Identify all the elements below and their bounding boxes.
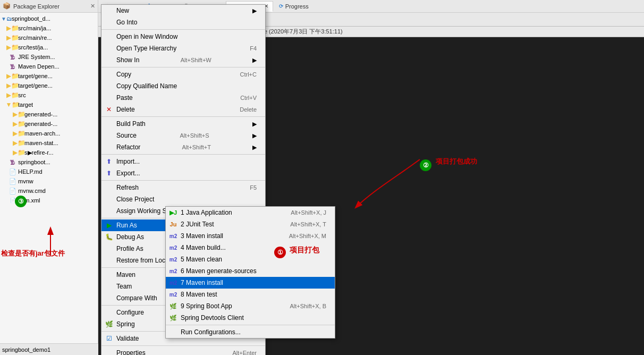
- export-icon: ⬆: [105, 169, 113, 178]
- menu-separator: [101, 154, 265, 155]
- submenu-item-java-app[interactable]: ▶J1 Java ApplicationAlt+Shift+X, J: [166, 207, 335, 218]
- shortcut-java-app: Alt+Shift+X, J: [291, 209, 326, 216]
- menu-item-goto[interactable]: Go Into: [101, 16, 265, 28]
- submenu-item-maven-install-sub[interactable]: m23 Maven installAlt+Shift+X, M: [166, 230, 335, 242]
- tree-item-target-gene2[interactable]: ▶📁target/gene...: [0, 81, 98, 90]
- left-panel: 📦 Package Explorer ✕ ▼🗂springboot_d...▶📁…: [0, 0, 98, 355]
- tree-label: springboot...: [18, 159, 50, 165]
- menu-label-open-type-hierarchy: Open Type Hierarchy: [116, 45, 176, 52]
- submenu-label-spring-boot-app: 9 Spring Boot App: [181, 302, 232, 310]
- tree-label: Maven Depen...: [18, 63, 60, 70]
- menu-item-close-project[interactable]: Close Project: [101, 193, 265, 205]
- m2-icon: m2: [169, 232, 177, 240]
- submenu-label-junit: 2 JUnit Test: [181, 221, 214, 228]
- folder-icon: ▶📁: [15, 120, 23, 128]
- shortcut-refactor: Alt+Shift+T: [182, 144, 210, 150]
- tree-item-src[interactable]: ▶📁src: [0, 90, 98, 100]
- tree-label: mvnw.cmd: [18, 188, 46, 194]
- submenu-item-junit[interactable]: Ju2 JUnit TestAlt+Shift+X, T: [166, 218, 335, 230]
- tree-item-mvnw[interactable]: 📄mvnw: [0, 176, 98, 186]
- panel-close-button[interactable]: ✕: [90, 3, 95, 10]
- menu-item-copy-qualified[interactable]: Copy Qualified Name: [101, 80, 265, 92]
- submenu-label-spring-devtools: Spring Devtools Client: [181, 314, 244, 322]
- tree-item-src-main-ja[interactable]: ▶📁src/main/ja...: [0, 23, 98, 33]
- tree-item-src-main-re[interactable]: ▶📁src/main/re...: [0, 33, 98, 43]
- menu-label-source: Source: [116, 132, 137, 139]
- submenu-item-maven-build[interactable]: m24 Maven build...: [166, 242, 335, 253]
- tree-label: springboot_d...: [12, 15, 50, 22]
- tree-item-target-gene1[interactable]: ▶📁target/gene...: [0, 71, 98, 81]
- menu-item-properties[interactable]: PropertiesAlt+Enter: [101, 347, 265, 355]
- menu-separator: [101, 180, 265, 181]
- jar-icon: 🗜: [9, 53, 17, 61]
- submenu-item-run-configs[interactable]: Run Configurations...: [166, 326, 335, 338]
- submenu-label-maven-generate: 6 Maven generate-sources: [181, 267, 257, 275]
- tree-item-root[interactable]: ▼🗂springboot_d...: [0, 14, 98, 23]
- tree-item-src-test-ja[interactable]: ▶📁src/test/ja...: [0, 43, 98, 52]
- tree-item-surefire[interactable]: ▶📁s▶refire-r...: [0, 148, 98, 157]
- submenu-item-spring-boot-app[interactable]: 🌿9 Spring Boot AppAlt+Shift+X, B: [166, 300, 335, 312]
- menu-label-new: New: [116, 7, 129, 14]
- menu-separator: [101, 116, 265, 117]
- menu-item-import[interactable]: ⬆Import...: [101, 156, 265, 167]
- menu-item-open-type-hierarchy[interactable]: Open Type HierarchyF4: [101, 43, 265, 54]
- m2-icon: m2: [169, 290, 177, 299]
- submenu-label-maven-test: 8 Maven test: [181, 291, 217, 298]
- menu-item-new[interactable]: New▶: [101, 5, 265, 16]
- menu-label-run-as: Run As: [116, 222, 137, 229]
- menu-label-properties: Properties: [116, 349, 146, 355]
- submenu-item-maven-install[interactable]: m27 Maven install: [166, 277, 335, 289]
- submenu-item-spring-devtools[interactable]: 🌿Spring Devtools Client: [166, 312, 335, 324]
- tree-item-springboot-jar[interactable]: 🗜springboot...: [0, 157, 98, 167]
- menu-item-refresh[interactable]: RefreshF5: [101, 182, 265, 193]
- tree-item-maven-arch[interactable]: ▶📁maven-arch...: [0, 129, 98, 138]
- folder-target-icon: ▼📁: [9, 100, 17, 109]
- menu-item-export[interactable]: ⬆Export...: [101, 167, 265, 179]
- shortcut-source: Alt+Shift+S: [180, 132, 209, 139]
- junit-icon: Ju: [169, 220, 177, 229]
- folder-icon: ▶📁: [9, 33, 17, 42]
- tree-item-generated1[interactable]: ▶📁generated-...: [0, 109, 98, 119]
- menu-item-delete[interactable]: ✕DeleteDelete: [101, 104, 265, 115]
- menu-separator: [101, 29, 265, 30]
- panel-title: Package Explorer: [13, 3, 88, 10]
- tab-progress[interactable]: ⟳Progress: [274, 1, 313, 12]
- tree-item-jre[interactable]: 🗜JRE System...: [0, 52, 98, 62]
- debug-icon: 🐛: [105, 233, 113, 241]
- menu-label-maven: Maven: [116, 271, 135, 278]
- menu-item-refactor[interactable]: RefactorAlt+Shift+T▶: [101, 141, 265, 153]
- tab-label-progress: Progress: [285, 3, 309, 10]
- menu-label-debug-as: Debug As: [116, 233, 144, 241]
- folder-icon: ▶📁: [15, 110, 23, 119]
- tree-item-target[interactable]: ▼📁target: [0, 100, 98, 109]
- tree-item-help[interactable]: 📄HELP.md: [0, 167, 98, 176]
- run-as-icon: ▶: [105, 221, 113, 230]
- menu-item-build-path[interactable]: Build Path▶: [101, 118, 265, 130]
- tree-item-pom[interactable]: 📄pom.xml: [0, 196, 98, 205]
- tree-label: src/test/ja...: [18, 44, 48, 50]
- tree-label: mvnw: [18, 178, 33, 184]
- folder-src-icon: ▶📁: [9, 91, 17, 99]
- submenu-item-maven-generate[interactable]: m26 Maven generate-sources: [166, 265, 335, 277]
- tree-item-mvnw-cmd[interactable]: 📄mvnw.cmd: [0, 186, 98, 196]
- submenu-item-maven-clean[interactable]: m25 Maven clean: [166, 253, 335, 265]
- xml-icon: 📄: [9, 196, 17, 205]
- file-icon: 📄: [9, 177, 17, 185]
- menu-item-show-in[interactable]: Show InAlt+Shift+W▶: [101, 54, 265, 66]
- tree-item-generated2[interactable]: ▶📁generated-...: [0, 119, 98, 129]
- menu-item-copy[interactable]: CopyCtrl+C: [101, 69, 265, 80]
- submenu-label-maven-install: 7 Maven install: [181, 279, 223, 286]
- submenu-item-maven-test[interactable]: m28 Maven test: [166, 289, 335, 300]
- tree-label: s▶refire-r...: [24, 149, 53, 156]
- tree-item-maven-stat[interactable]: ▶📁maven-stat...: [0, 138, 98, 148]
- shortcut-delete: Delete: [240, 106, 257, 113]
- tree-item-maven-dep[interactable]: 🗜Maven Depen...: [0, 62, 98, 71]
- shortcut-maven-install-sub: Alt+Shift+X, M: [289, 233, 326, 239]
- menu-item-open-new-window[interactable]: Open in New Window: [101, 31, 265, 43]
- folder-icon: ▶📁: [15, 139, 23, 147]
- tree-container[interactable]: ▼🗂springboot_d...▶📁src/main/ja...▶📁src/m…: [0, 13, 98, 355]
- folder-icon: ▶📁: [15, 148, 23, 157]
- menu-item-source[interactable]: SourceAlt+Shift+S▶: [101, 130, 265, 141]
- submenu-run-as: ▶J1 Java ApplicationAlt+Shift+X, JJu2 JU…: [165, 206, 335, 339]
- menu-item-paste[interactable]: PasteCtrl+V: [101, 92, 265, 104]
